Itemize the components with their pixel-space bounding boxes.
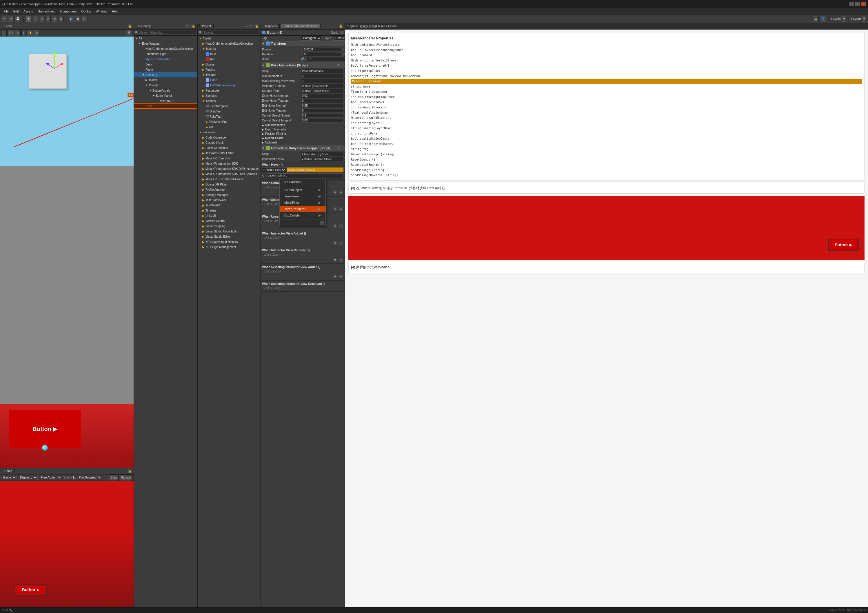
inspector-lock-btn[interactable]: 🔒 <box>338 24 343 29</box>
static-checkbox[interactable] <box>340 31 343 34</box>
tab-project[interactable]: Project <box>199 24 214 28</box>
ctx-add-btn[interactable]: + <box>320 220 324 225</box>
project-item-assets[interactable]: ▼ Assets <box>198 36 260 41</box>
project-item-samples[interactable]: ▶ Samples <box>198 93 260 98</box>
position-pinning-toggle[interactable]: ▶ Position Pinning <box>261 132 345 136</box>
pos-y-input[interactable] <box>344 47 345 51</box>
project-item-grabtest[interactable]: 🎬 GrabTest <box>198 109 260 114</box>
aspect-select[interactable]: Free Aspect <box>39 475 62 480</box>
menu-assets[interactable]: Assets <box>21 9 36 14</box>
hierarchy-item-cube[interactable]: Cube <box>134 104 197 109</box>
project-item-resources[interactable]: ▶ Resources <box>198 88 260 93</box>
project-item-jetbrains[interactable]: ▶ JetBrains Rider Editor <box>198 151 260 156</box>
project-item-xr-legacy[interactable]: ▶ XR Legacy Input Helpers <box>198 239 260 244</box>
when-select-add-btn[interactable]: + <box>333 207 338 211</box>
toolbar-transform-tool[interactable]: ✥ <box>26 16 31 22</box>
scale-minus[interactable]: ─ <box>70 476 72 479</box>
project-item-poketest[interactable]: 🎬 PokeTest <box>198 114 260 119</box>
menu-help[interactable]: Help <box>110 9 121 14</box>
tab-handgrab-recorder[interactable]: Hand Grab Pose Recorder <box>281 24 320 28</box>
project-item-editor-coroutines[interactable]: ▶ Editor Coroutines <box>198 145 260 151</box>
tab-inspector[interactable]: Inspector <box>263 24 280 28</box>
scene-hand-tool[interactable]: ☰ <box>1 30 7 36</box>
close-button[interactable]: ✕ <box>861 2 866 6</box>
project-item-visual-studio[interactable]: ▶ Visual Studio Editor <box>198 234 260 239</box>
menu-edit[interactable]: Edit <box>11 9 21 14</box>
project-item-meta-xr-core[interactable]: ▶ Meta XR Core SDK <box>198 156 260 161</box>
project-lock-btn[interactable]: 🔒 <box>254 24 259 29</box>
when-iv-added-add-btn[interactable]: + <box>333 241 338 245</box>
game-lock-btn[interactable]: 🔒 <box>127 469 132 473</box>
menu-gameobject[interactable]: GameObject <box>36 9 58 14</box>
project-item-version-control[interactable]: ▶ Version Control <box>198 218 260 223</box>
ew-enabled-check[interactable]: ☑ <box>337 146 339 149</box>
toolbar-all-tool[interactable]: ⊕ <box>59 16 64 22</box>
project-item-meta-xr-interaction[interactable]: ▶ Meta XR Interaction SDK <box>198 161 260 166</box>
runtime-select[interactable]: Runtime Only <box>262 168 286 172</box>
project-search-input[interactable] <box>203 30 259 35</box>
when-iv-removed-remove-btn[interactable]: − <box>339 258 343 262</box>
ctx-no-function[interactable]: No Function <box>280 179 326 185</box>
when-iv-removed-add-btn[interactable]: + <box>333 258 338 262</box>
scene-2d-btn[interactable]: 2D <box>8 30 14 36</box>
project-item-code-coverage[interactable]: ▶ Code Coverage <box>198 135 260 140</box>
hierarchy-item-button1[interactable]: ▼ Button (1) <box>134 72 197 78</box>
game-gizmos-btn[interactable]: Gizmos <box>120 475 132 481</box>
cube-ref-input[interactable] <box>267 173 343 178</box>
hierarchy-item-handgrab[interactable]: HandGrabInteractableDataCollection <box>134 46 197 51</box>
csn-input[interactable] <box>301 113 343 118</box>
rot-x-input[interactable] <box>303 52 342 56</box>
project-item-xr-plugin[interactable]: ▶ XR Plugin Management <box>198 244 260 250</box>
play-focused-select[interactable]: Play Focused <box>77 475 102 480</box>
project-item-textmesh-pro[interactable]: ▶ TextMesh Pro <box>198 119 260 124</box>
pos-x-input[interactable] <box>303 47 342 51</box>
hierarchy-item-eventwrapper[interactable]: ▼ EventWrapper* <box>134 41 197 46</box>
ehn-input[interactable] <box>301 94 343 98</box>
scene-light-btn[interactable]: ☀ <box>15 30 20 36</box>
cst-input[interactable] <box>301 118 343 123</box>
scene-search-btn[interactable]: 🔍 <box>126 30 132 36</box>
when-unhover-remove-btn[interactable]: − <box>339 190 343 195</box>
project-item-custom-nunit[interactable]: ▶ Custom NUnit <box>198 140 260 145</box>
project-item-plugins[interactable]: ▶ Plugins <box>198 67 260 72</box>
exhn-input[interactable] <box>301 104 343 108</box>
toolbar-redo[interactable]: ↪ <box>8 16 13 22</box>
hierarchy-item-visuals[interactable]: ▼ Visuals <box>134 82 197 88</box>
project-item-red[interactable]: Red <box>198 56 260 62</box>
when-select-remove-btn[interactable]: − <box>339 207 343 211</box>
project-item-profile[interactable]: ▶ Profile Analyzer <box>198 187 260 192</box>
max-interactors-input[interactable] <box>301 74 343 78</box>
project-item-oculus[interactable]: ▶ Oculus <box>198 62 260 67</box>
when-iv-added-remove-btn[interactable]: − <box>339 241 343 245</box>
project-item-test-framework[interactable]: ▶ Test Framework <box>198 197 260 203</box>
hierarchy-lock-btn[interactable]: 🔒 <box>191 24 195 29</box>
hierarchy-item-text-tmp[interactable]: Text (TMP) <box>134 98 197 104</box>
project-item-meta-xr-ovr-samples[interactable]: ▶ Meta XR Interaction SDK OVR Samples <box>198 171 260 177</box>
game-mode-select[interactable]: Game <box>1 475 17 480</box>
ctx-game-object[interactable]: GameObject ▶ <box>280 187 326 193</box>
menu-oculus[interactable]: Oculus <box>79 9 93 14</box>
ctx-mesh-filter[interactable]: MeshFilter ▶ <box>280 199 326 206</box>
poke-menu[interactable]: ⋮ <box>341 64 343 67</box>
collab-button[interactable]: ☁ <box>813 16 819 22</box>
project-item-packages[interactable]: ▼ Packages <box>198 130 260 135</box>
recoil-assist-toggle[interactable]: ▶ Recoil Assist <box>261 136 345 140</box>
layout-dropdown[interactable]: ▾ <box>862 16 866 22</box>
pause-button[interactable]: ⏸ <box>75 16 81 22</box>
project-item-visual-scripting[interactable]: ▶ Visual Scripting <box>198 223 260 229</box>
menu-file[interactable]: File <box>1 9 11 14</box>
obj-active-checkbox[interactable] <box>262 31 265 34</box>
ew-script-input[interactable] <box>301 152 343 156</box>
play-button[interactable]: ▶ <box>69 16 74 22</box>
eht-input[interactable] <box>301 99 343 103</box>
display-select[interactable]: Display 1 <box>18 475 38 480</box>
project-item-eventwrapper-scene[interactable]: 🎬 EventWrapper <box>198 104 260 109</box>
when-siv-added-remove-btn[interactable]: − <box>339 274 343 279</box>
project-item-scenes[interactable]: ▼ Scenes <box>198 98 260 104</box>
stats-button[interactable]: Stats <box>109 475 119 481</box>
toolbar-move-tool[interactable]: ↔ <box>32 16 38 22</box>
project-item-prefabs[interactable]: ▼ Prefabs <box>198 72 260 78</box>
when-unhover-add-btn[interactable]: + <box>333 190 338 195</box>
surface-input[interactable] <box>301 89 343 93</box>
layer-select[interactable]: Default <box>333 36 345 40</box>
